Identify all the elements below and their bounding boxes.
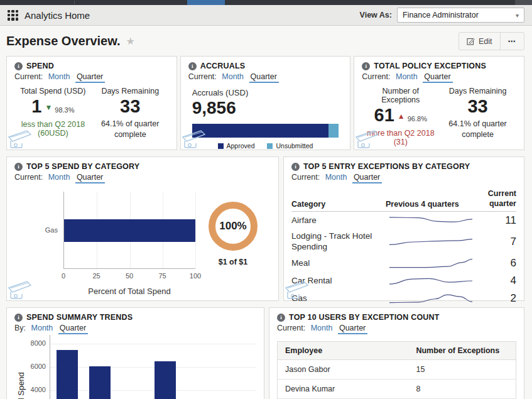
employee-cell: Devina Kumar (278, 380, 408, 398)
info-icon[interactable]: i (362, 62, 370, 70)
period-label: By: (14, 324, 26, 332)
info-icon[interactable]: i (188, 62, 197, 70)
table-row: Jason Gabor 15 (278, 360, 516, 380)
y-axis-label: Total Spend (16, 371, 26, 399)
days-remaining-label: Days Remaining (439, 87, 516, 96)
trend-bar (89, 366, 111, 399)
card-title: TOP 5 ENTRY EXCEPTIONS BY CATEGORY (303, 162, 470, 171)
period-quarter-link[interactable]: Quarter (249, 72, 279, 83)
active-tab-indicator[interactable] (187, 0, 225, 5)
category-tick-label: Gas (45, 226, 58, 234)
view-as-dropdown[interactable]: Finance Administrator ▾ (397, 8, 524, 23)
spend-delta-pct: 98.3% (55, 106, 74, 114)
trend-up-icon: ▲ (398, 112, 405, 121)
period-month-link[interactable]: Month (48, 72, 70, 81)
info-icon[interactable]: i (14, 163, 23, 171)
sparkline (386, 235, 476, 249)
period-quarter-link[interactable]: Quarter (58, 324, 88, 334)
favorite-star-icon[interactable]: ★ (126, 35, 135, 47)
donut-sub-label: $1 of $1 (219, 258, 248, 266)
x-tick: 100 (190, 272, 201, 280)
gridline (50, 367, 256, 368)
card-title: TOP 10 USERS BY EXCEPTION COUNT (289, 313, 440, 322)
info-icon[interactable]: i (14, 314, 23, 322)
period-month-link[interactable]: Month (325, 173, 347, 182)
category-cell: Gas (291, 293, 386, 304)
table-row: Lodging - Track Hotel Spending 7 (291, 229, 516, 254)
card-title: SPEND SUMMARY TRENDS (26, 313, 133, 322)
sparkline (386, 256, 476, 270)
sparkline (386, 292, 476, 305)
exceptions-delta-pct: 96.8% (408, 115, 427, 123)
card-policy-exceptions: i TOTAL POLICY EXCEPTIONS Current: Month… (354, 56, 524, 150)
x-tick: 75 (158, 272, 166, 280)
exceptions-comparison-note: more than Q2 2018 (31) (362, 129, 439, 146)
edit-button[interactable]: Edit (459, 33, 500, 50)
days-remaining-label: Days Remaining (92, 87, 169, 96)
card-title: TOP 5 SPEND BY CATEGORY (26, 162, 139, 171)
period-quarter-link[interactable]: Quarter (75, 72, 105, 83)
period-label: Current: (277, 324, 305, 332)
table-row: Meal 6 (291, 254, 516, 272)
period-month-link[interactable]: Month (396, 72, 418, 81)
legend-unsubmitted-label: Unsubmitted (276, 142, 313, 150)
info-icon[interactable]: i (277, 314, 285, 322)
pencil-icon (467, 37, 475, 45)
value-cell: 4 (476, 275, 516, 287)
period-month-link[interactable]: Month (48, 173, 70, 182)
category-cell: Airfare (291, 216, 386, 226)
period-quarter-link[interactable]: Quarter (338, 324, 367, 334)
accruals-value: 9,856 (192, 98, 343, 118)
card-title: SPEND (26, 62, 54, 70)
value-cell: 11 (476, 214, 516, 227)
page-actions: Edit ⋯ (459, 32, 524, 50)
accruals-legend: Approved Unsubmitted (188, 142, 343, 150)
table-row: Gas 2 (291, 290, 516, 307)
app-header: Analytics Home View As: Finance Administ… (0, 5, 532, 26)
info-icon[interactable]: i (291, 163, 300, 171)
trend-bar (57, 350, 78, 399)
card-top5-spend: i TOP 5 SPEND BY CATEGORY Current: Month… (6, 156, 279, 301)
more-options-button[interactable]: ⋯ (500, 33, 524, 50)
view-as-label: View As: (360, 11, 392, 19)
gridline (195, 192, 196, 268)
card-spend: i SPEND Current: Month Quarter Total Spe… (6, 56, 177, 150)
period-month-link[interactable]: Month (31, 324, 53, 332)
page-title-row: Expense Overview. ★ Edit ⋯ (0, 26, 532, 56)
column-header-employee: Employee (278, 342, 408, 359)
exceptions-cell: 15 (408, 360, 516, 379)
table-row: Car Rental 4 (291, 272, 516, 290)
exceptions-count-value: 61 (374, 106, 394, 124)
period-month-link[interactable]: Month (311, 324, 333, 332)
view-as-value: Finance Administrator (403, 11, 479, 19)
donut-ring: 100% (209, 202, 258, 251)
table-row: Devina Kumar 8 (278, 380, 516, 399)
period-quarter-link[interactable]: Quarter (352, 173, 382, 183)
quarter-complete-note: 64.1% of quarter complete (439, 119, 516, 140)
y-axis-ticks: 8000 6000 4000 (27, 335, 50, 399)
spend-comparison-note: less than Q2 2018 (60USD) (14, 120, 92, 138)
legend-approved-label: Approved (227, 142, 255, 150)
x-tick: 50 (126, 272, 133, 280)
period-quarter-link[interactable]: Quarter (423, 72, 452, 83)
value-cell: 6 (476, 257, 516, 270)
y-tick: 8000 (31, 339, 46, 347)
x-axis-ticks: 0 25 50 75 100 (63, 272, 195, 281)
approved-bar-segment (192, 124, 328, 138)
period-toggle: Current: Month Quarter (14, 72, 169, 81)
app-title: Analytics Home (24, 10, 90, 21)
card-title: ACCRUALS (200, 62, 246, 70)
card-top5-entry-exceptions: i TOP 5 ENTRY EXCEPTIONS BY CATEGORY Cur… (283, 156, 524, 301)
app-grid-icon[interactable] (8, 10, 18, 21)
trend-down-icon: ▼ (45, 103, 52, 112)
card-top10-users: i TOP 10 USERS BY EXCEPTION COUNT Curren… (269, 307, 524, 399)
period-label: Current: (291, 173, 320, 182)
period-label: Current: (188, 72, 217, 81)
top5-spend-bar-chart: Gas 0 25 50 75 100 Percent of Total Spen… (14, 182, 195, 296)
period-month-link[interactable]: Month (222, 72, 244, 81)
trend-bar (155, 361, 176, 399)
tab-divider (74, 1, 75, 4)
info-icon[interactable]: i (14, 62, 23, 70)
browser-tab-strip (0, 0, 532, 5)
period-toggle: By: Month Quarter (14, 324, 256, 332)
